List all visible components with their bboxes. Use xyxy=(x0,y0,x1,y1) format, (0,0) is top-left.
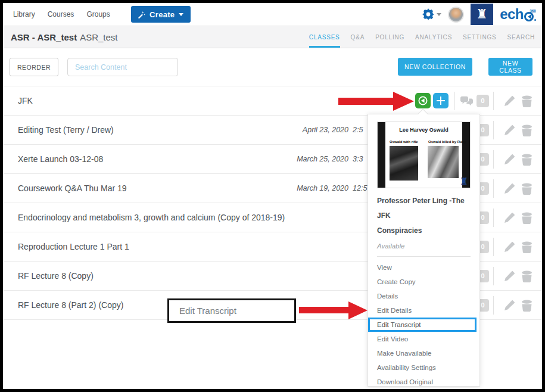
nav-link[interactable]: Courses xyxy=(48,10,74,18)
gear-chevron-down-icon[interactable] xyxy=(437,13,441,16)
slide-university-logo-icon: ♜ xyxy=(460,177,468,186)
course-code: ASR - ASR_test xyxy=(11,32,77,42)
delete-icon[interactable] xyxy=(521,183,532,197)
nav-right-cluster: ♜ ech360 xyxy=(422,4,536,25)
slide-caption-left: Oswald with rifle xyxy=(390,140,418,144)
university-logo: ♜ xyxy=(471,4,493,25)
nav-link[interactable]: Groups xyxy=(86,10,110,18)
edit-icon[interactable] xyxy=(504,213,515,225)
magic-wand-icon xyxy=(138,11,145,18)
class-title: Xerte Launch 03-12-08 xyxy=(18,154,103,164)
nav-links: Library Courses Groups xyxy=(13,10,123,18)
media-title-line2: Conspiracies xyxy=(377,223,471,238)
slide-title: Lee Harvey Oswald xyxy=(385,127,462,133)
divider xyxy=(454,92,455,110)
class-time: 3:3 xyxy=(353,155,363,163)
delete-icon[interactable] xyxy=(521,95,532,110)
divider xyxy=(493,296,494,315)
comments-icon[interactable] xyxy=(460,96,474,109)
slide-photo-right xyxy=(428,146,459,178)
menu-item[interactable]: View xyxy=(368,260,479,275)
edit-icon[interactable] xyxy=(504,154,515,167)
tab[interactable]: SEARCH xyxy=(507,26,535,48)
media-popup: Lee Harvey Oswald Oswald with rifle Oswa… xyxy=(368,114,480,387)
edit-icon[interactable] xyxy=(504,125,515,138)
media-title-line1: Professor Peter Ling -The JFK xyxy=(377,194,471,223)
red-arrow-to-edit-transcript xyxy=(299,301,368,320)
class-title: Reproduction Lecture 1 Part 1 xyxy=(18,242,129,251)
class-title: Coursework Q&A Thu Mar 19 xyxy=(18,183,127,193)
create-button[interactable]: Create xyxy=(131,6,191,23)
delete-icon[interactable] xyxy=(521,270,532,285)
edit-icon[interactable] xyxy=(504,271,515,284)
popup-body: Lee Harvey Oswald Oswald with rifle Oswa… xyxy=(368,114,479,257)
add-content-button[interactable] xyxy=(433,93,449,108)
delete-icon[interactable] xyxy=(521,212,532,226)
class-date: March 19, 2020 xyxy=(297,184,348,192)
comment-count-badge: 0 xyxy=(477,95,489,107)
slide-black-bar xyxy=(378,122,385,188)
class-time: 2:5 xyxy=(353,126,363,134)
tab[interactable]: CLASSES xyxy=(309,26,340,48)
castle-icon: ♜ xyxy=(476,8,488,21)
course-name: ASR_test xyxy=(80,32,117,42)
menu-item[interactable]: Make Unavailable xyxy=(368,346,479,360)
edit-icon[interactable] xyxy=(504,242,515,254)
popup-menu: View Create Copy Details Edit Details Ed… xyxy=(368,257,479,392)
delete-icon[interactable] xyxy=(521,125,532,139)
echo-logo-text: ech xyxy=(500,7,524,21)
tab[interactable]: POLLING xyxy=(375,26,404,48)
echo-o-play-icon: 360 xyxy=(524,12,534,21)
menu-item[interactable]: Edit Details xyxy=(368,303,479,318)
top-navigation: Library Courses Groups Create ♜ xyxy=(3,3,542,26)
class-date: April 23, 2020 xyxy=(303,126,348,134)
settings-menu[interactable] xyxy=(422,8,441,20)
menu-item[interactable]: Edit Transcript xyxy=(368,318,477,332)
tab[interactable]: Q&A xyxy=(351,26,365,48)
avatar[interactable] xyxy=(448,7,464,23)
section-tabs: CLASSES Q&A POLLING ANALYTICS SETTINGS S… xyxy=(298,26,535,48)
tab[interactable]: SETTINGS xyxy=(463,26,496,48)
delete-icon[interactable] xyxy=(521,300,532,314)
app-window: Library Courses Groups Create ♜ xyxy=(0,0,545,392)
edit-icon[interactable] xyxy=(504,183,515,196)
class-title: JFK xyxy=(18,96,33,105)
class-title: Endocrinology and metabolism 3, growth a… xyxy=(18,213,285,222)
menu-item[interactable]: Availability Settings xyxy=(368,360,479,375)
echo360-logo: ech360 xyxy=(500,7,536,21)
tab[interactable]: ANALYTICS xyxy=(415,26,452,48)
divider xyxy=(493,150,494,169)
divider xyxy=(493,238,494,256)
divider xyxy=(493,179,494,198)
divider xyxy=(493,267,494,285)
media-thumbnail[interactable]: Lee Harvey Oswald Oswald with rifle Oswa… xyxy=(377,122,471,188)
media-title: Professor Peter Ling -The JFK Conspiraci… xyxy=(377,194,471,238)
divider xyxy=(493,209,494,227)
class-date: March 25, 2020 xyxy=(297,155,348,163)
page-header: ASR - ASR_test ASR_test CLASSES Q&A POLL… xyxy=(3,26,542,48)
new-collection-button[interactable]: NEW COLLECTION xyxy=(398,58,472,76)
create-button-label: Create xyxy=(150,10,175,19)
edit-icon[interactable] xyxy=(504,300,515,313)
menu-item[interactable]: Details xyxy=(368,289,479,303)
gear-icon[interactable] xyxy=(422,8,434,20)
slide-photo-left xyxy=(390,146,418,181)
media-available-icon[interactable] xyxy=(415,93,431,108)
search-input[interactable] xyxy=(67,58,178,76)
nav-link[interactable]: Library xyxy=(13,10,35,18)
divider xyxy=(493,92,494,110)
slide-caption-right: Oswald killed by Ruby xyxy=(428,140,466,144)
delete-icon[interactable] xyxy=(521,154,532,168)
edit-icon[interactable] xyxy=(504,96,515,108)
class-title: Editing Test (Terry / Drew) xyxy=(18,125,114,135)
menu-item[interactable]: Download Original xyxy=(368,375,479,389)
new-class-button[interactable]: NEW CLASS xyxy=(488,58,532,76)
media-status: Available xyxy=(377,241,471,251)
reorder-button[interactable]: REORDER xyxy=(10,58,58,76)
delete-icon[interactable] xyxy=(521,241,532,256)
class-row[interactable]: JFK 0 xyxy=(3,86,542,116)
menu-item[interactable]: Edit Video xyxy=(368,332,479,346)
menu-item[interactable]: Remove xyxy=(368,389,479,392)
class-time: 12:5 xyxy=(353,184,367,192)
menu-item[interactable]: Create Copy xyxy=(368,275,479,289)
